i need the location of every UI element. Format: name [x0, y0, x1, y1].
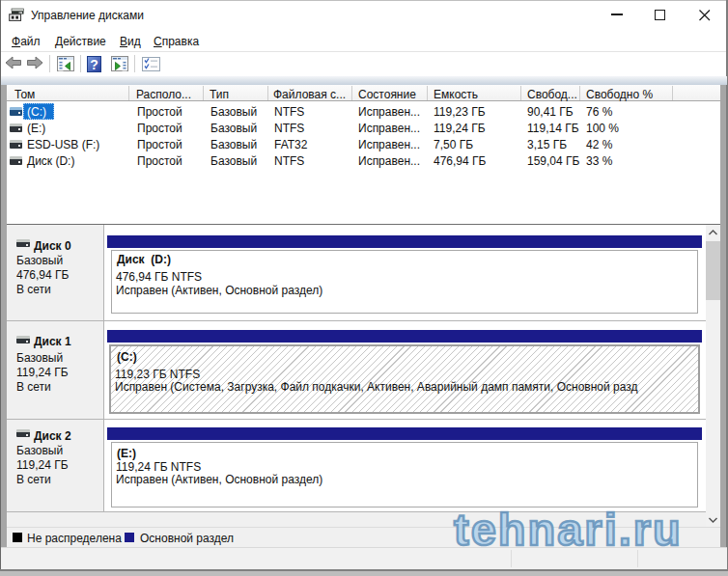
svg-text:?: ? — [90, 57, 98, 72]
